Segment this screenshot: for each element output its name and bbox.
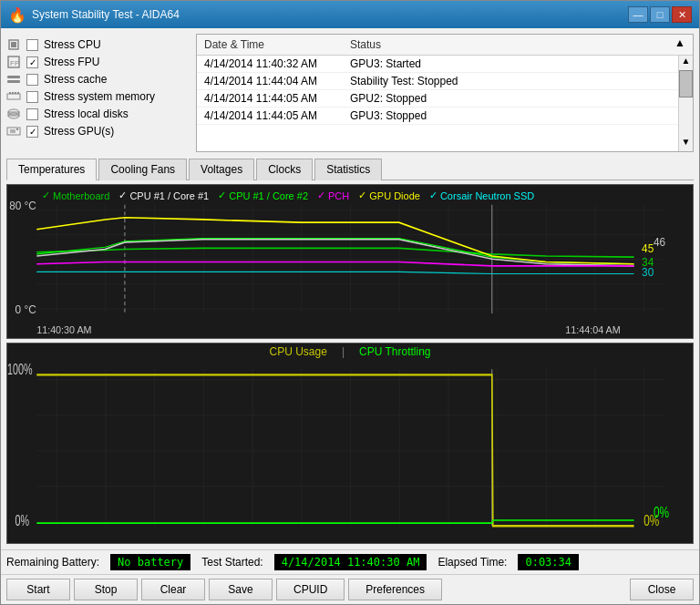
cpu-graph: CPU Usage | CPU Throttling 100% xyxy=(6,343,694,544)
stress-disks-label: Stress local disks xyxy=(44,108,129,120)
memory-icon xyxy=(6,89,21,104)
log-cell-time: 4/14/2014 11:40:32 AM xyxy=(201,56,346,71)
stress-cache-label: Stress cache xyxy=(44,73,107,86)
svg-rect-17 xyxy=(36,205,664,313)
log-cell-status: GPU2: Stopped xyxy=(346,91,430,106)
tab-cooling-fans[interactable]: Cooling Fans xyxy=(98,159,187,180)
app-icon: 🔥 xyxy=(8,6,26,24)
bottom-buttons: Start Stop Clear Save CPUID Preferences … xyxy=(1,574,699,604)
log-row: 4/14/2014 11:44:04 AM Stability Test: St… xyxy=(197,73,678,90)
log-body[interactable]: 4/14/2014 11:40:32 AM GPU3: Started 4/14… xyxy=(197,56,678,151)
status-bar: Remaining Battery: No battery Test Start… xyxy=(1,549,699,574)
svg-rect-6 xyxy=(7,94,20,99)
svg-text:100%: 100% xyxy=(7,362,33,377)
minimize-button[interactable]: — xyxy=(628,6,648,23)
legend-gpu-diode: ✓ GPU Diode xyxy=(358,190,420,201)
main-window: 🔥 System Stability Test - AIDA64 — □ ✕ S… xyxy=(0,0,700,605)
log-scrollbar[interactable]: ▲ ▼ xyxy=(678,56,693,151)
stress-fpu-checkbox[interactable] xyxy=(26,56,38,68)
graph-section: ✓ Motherboard ✓ CPU #1 / Core #1 ✓ CPU #… xyxy=(6,184,694,544)
start-button[interactable]: Start xyxy=(6,579,70,600)
scrollbar-thumb[interactable] xyxy=(679,70,693,97)
test-started-label: Test Started: xyxy=(201,556,262,569)
svg-rect-4 xyxy=(7,76,20,78)
test-started-value: 4/14/2014 11:40:30 AM xyxy=(274,554,427,570)
log-row: 4/14/2014 11:44:05 AM GPU2: Stopped xyxy=(197,90,678,108)
log-cell-time: 4/14/2014 11:44:05 AM xyxy=(201,108,346,123)
cache-icon xyxy=(6,72,21,87)
log-cell-status: Stability Test: Stopped xyxy=(346,74,462,88)
svg-text:0%: 0% xyxy=(15,513,30,528)
log-row: 4/14/2014 11:40:32 AM GPU3: Started xyxy=(197,56,678,73)
preferences-button[interactable]: Preferences xyxy=(348,579,442,600)
svg-rect-10 xyxy=(17,92,19,94)
legend-corsair: ✓ Corsair Neutron SSD xyxy=(429,190,534,201)
scroll-up-arrow[interactable]: ▲ xyxy=(679,56,693,70)
stress-fpu-label: Stress FPU xyxy=(44,56,99,68)
title-bar: 🔥 System Stability Test - AIDA64 — □ ✕ xyxy=(1,1,699,28)
legend-cpu-core1: ✓ CPU #1 / Core #1 xyxy=(118,190,209,201)
cpu-icon xyxy=(6,37,21,52)
stress-option-cache[interactable]: Stress cache xyxy=(6,72,189,87)
svg-text:45: 45 xyxy=(642,242,654,255)
clear-button[interactable]: Clear xyxy=(141,579,205,600)
svg-text:FP: FP xyxy=(10,59,19,67)
log-col-status: Status xyxy=(346,36,385,53)
fpu-icon: FP xyxy=(6,55,21,69)
title-bar-buttons: — □ ✕ xyxy=(628,6,692,23)
legend-cpu-usage: CPU Usage xyxy=(270,345,327,358)
stress-options: Stress CPU FP Stress FPU Stress cac xyxy=(6,34,189,152)
stress-option-memory[interactable]: Stress system memory xyxy=(6,89,189,104)
log-body-container: 4/14/2014 11:40:32 AM GPU3: Started 4/14… xyxy=(197,56,693,151)
maximize-button[interactable]: □ xyxy=(650,6,670,23)
stress-cpu-checkbox[interactable] xyxy=(26,39,38,51)
close-window-button[interactable]: ✕ xyxy=(672,6,692,23)
window-title: System Stability Test - AIDA64 xyxy=(32,8,180,21)
tab-clocks[interactable]: Clocks xyxy=(256,159,313,180)
tab-temperatures[interactable]: Temperatures xyxy=(6,159,97,180)
log-cell-status: GPU3: Started xyxy=(346,56,425,71)
save-button[interactable]: Save xyxy=(209,579,273,600)
tab-statistics[interactable]: Statistics xyxy=(314,159,382,180)
stress-cpu-label: Stress CPU xyxy=(44,38,101,51)
svg-rect-5 xyxy=(7,80,20,83)
log-col-time: Date & Time xyxy=(201,36,346,53)
log-panel: Date & Time Status ▲ 4/14/2014 11:40:32 … xyxy=(196,34,694,152)
log-cell-time: 4/14/2014 11:44:05 AM xyxy=(201,91,346,106)
stress-option-gpu[interactable]: Stress GPU(s) xyxy=(6,124,189,138)
stress-gpu-checkbox[interactable] xyxy=(26,126,38,138)
cpuid-button[interactable]: CPUID xyxy=(276,579,345,600)
svg-rect-1 xyxy=(11,42,16,47)
legend-cpu-core2: ✓ CPU #1 / Core #2 xyxy=(218,190,308,201)
gpu-icon xyxy=(6,124,21,138)
battery-label: Remaining Battery: xyxy=(6,556,99,569)
temp-graph-legend: ✓ Motherboard ✓ CPU #1 / Core #1 ✓ CPU #… xyxy=(35,187,689,204)
close-button[interactable]: Close xyxy=(630,579,694,600)
svg-text:11:44:04 AM: 11:44:04 AM xyxy=(565,324,620,335)
stress-option-disks[interactable]: Stress local disks xyxy=(6,107,189,121)
cpu-graph-legend: CPU Usage | CPU Throttling xyxy=(270,345,431,358)
log-row: 4/14/2014 11:44:05 AM GPU3: Stopped xyxy=(197,108,678,125)
stress-option-fpu[interactable]: FP Stress FPU xyxy=(6,55,189,69)
disk-icon xyxy=(6,107,21,121)
elapsed-label: Elapsed Time: xyxy=(438,556,507,569)
svg-rect-15 xyxy=(10,129,15,133)
svg-rect-8 xyxy=(12,92,14,94)
svg-text:30: 30 xyxy=(642,266,654,279)
log-scroll-up[interactable]: ▲ xyxy=(674,36,689,53)
svg-text:46: 46 xyxy=(654,236,666,249)
stress-gpu-label: Stress GPU(s) xyxy=(44,125,114,138)
elapsed-value: 0:03:34 xyxy=(518,554,579,570)
stress-memory-checkbox[interactable] xyxy=(26,91,38,103)
scroll-down-arrow[interactable]: ▼ xyxy=(679,137,693,151)
legend-cpu-throttling: CPU Throttling xyxy=(359,345,430,358)
tab-voltages[interactable]: Voltages xyxy=(189,159,254,180)
stop-button[interactable]: Stop xyxy=(74,579,138,600)
stress-option-cpu[interactable]: Stress CPU xyxy=(6,37,189,52)
stress-disks-checkbox[interactable] xyxy=(26,108,38,120)
temp-graph: ✓ Motherboard ✓ CPU #1 / Core #1 ✓ CPU #… xyxy=(6,184,694,339)
svg-rect-9 xyxy=(15,92,16,94)
stress-cache-checkbox[interactable] xyxy=(26,74,38,86)
svg-text:0 °C: 0 °C xyxy=(15,303,37,316)
svg-text:80 °C: 80 °C xyxy=(9,200,36,212)
